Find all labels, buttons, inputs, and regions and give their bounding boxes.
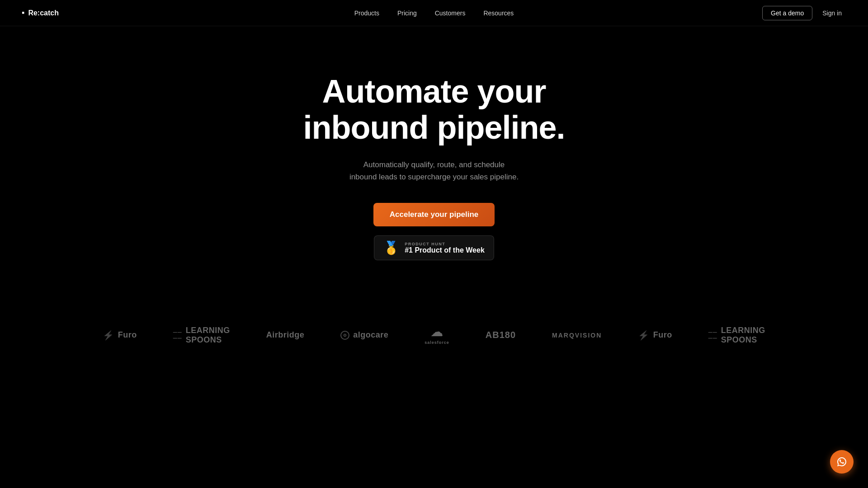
product-hunt-badge[interactable]: 🥇 PRODUCT HUNT #1 Product of the Week: [374, 235, 494, 260]
logo[interactable]: ▪ Re:catch: [22, 8, 59, 18]
airbridge-text: Airbridge: [266, 330, 305, 340]
signin-button[interactable]: Sign in: [818, 6, 846, 20]
salesforce-text: salesforce: [425, 340, 449, 345]
accelerate-button[interactable]: Accelerate your pipeline: [373, 203, 495, 226]
ls-text-2: LEARNING SPOONS: [721, 326, 765, 345]
ph-text-block: PRODUCT HUNT #1 Product of the Week: [405, 242, 485, 254]
chat-button[interactable]: [830, 450, 854, 474]
hero-subtitle-line1: Automatically qualify, route, and schedu…: [363, 160, 505, 169]
salesforce-cloud-icon: ☁: [431, 325, 443, 339]
ph-title: #1 Product of the Week: [405, 246, 485, 254]
logo-salesforce: ☁ salesforce: [425, 325, 449, 345]
hero-title-line2: inbound pipeline.: [303, 109, 565, 145]
logo-airbridge: Airbridge: [266, 330, 305, 340]
nav-resources[interactable]: Resources: [476, 6, 521, 20]
hero-subtitle: Automatically qualify, route, and schedu…: [349, 159, 519, 183]
ph-label: PRODUCT HUNT: [405, 242, 485, 246]
ph-medal-icon: 🥇: [383, 240, 399, 255]
logo-ab180: AB180: [486, 330, 516, 340]
nav-pricing[interactable]: Pricing: [390, 6, 424, 20]
furo-icon-1: ⚡: [103, 330, 114, 341]
algocare-text: algocare: [353, 330, 388, 340]
hero-title-line1: Automate your: [322, 73, 546, 109]
hero-section: Automate your inbound pipeline. Automati…: [0, 0, 868, 307]
furo-text-1: Furo: [118, 330, 137, 340]
chat-icon: [836, 456, 847, 467]
nav-center: Products Pricing Customers Resources: [347, 6, 521, 20]
furo-icon-2: ⚡: [638, 330, 650, 341]
ls-lines-2: —— ——: [708, 330, 717, 340]
get-demo-button[interactable]: Get a demo: [762, 6, 812, 20]
marqvision-text: MARQVISION: [552, 332, 602, 339]
logos-section: ⚡ Furo —— —— LEARNING SPOONS Airbridge ⊙…: [0, 307, 868, 381]
navbar: ▪ Re:catch Products Pricing Customers Re…: [0, 0, 868, 26]
nav-products[interactable]: Products: [347, 6, 387, 20]
logo-icon: ▪: [22, 8, 24, 18]
hero-title: Automate your inbound pipeline.: [303, 73, 565, 146]
logo-marqvision: MARQVISION: [552, 332, 602, 339]
nav-customers[interactable]: Customers: [428, 6, 473, 20]
ab180-text: AB180: [486, 330, 516, 340]
ls-lines-1: —— ——: [173, 330, 182, 340]
logo-text: Re:catch: [28, 9, 59, 17]
logo-algocare: ⊙ algocare: [340, 330, 388, 340]
logo-furo-2: ⚡ Furo: [638, 330, 672, 341]
furo-text-2: Furo: [653, 330, 672, 340]
algocare-circle-icon: ⊙: [340, 331, 349, 340]
logo-furo-1: ⚡ Furo: [103, 330, 137, 341]
logo-learning-spoons-2: —— —— LEARNING SPOONS: [708, 326, 765, 345]
logos-track: ⚡ Furo —— —— LEARNING SPOONS Airbridge ⊙…: [0, 325, 868, 345]
hero-subtitle-line2: inbound leads to supercharge your sales …: [349, 173, 519, 181]
logo-learning-spoons-1: —— —— LEARNING SPOONS: [173, 326, 230, 345]
ls-text-1: LEARNING SPOONS: [186, 326, 230, 345]
nav-right: Get a demo Sign in: [762, 6, 846, 20]
